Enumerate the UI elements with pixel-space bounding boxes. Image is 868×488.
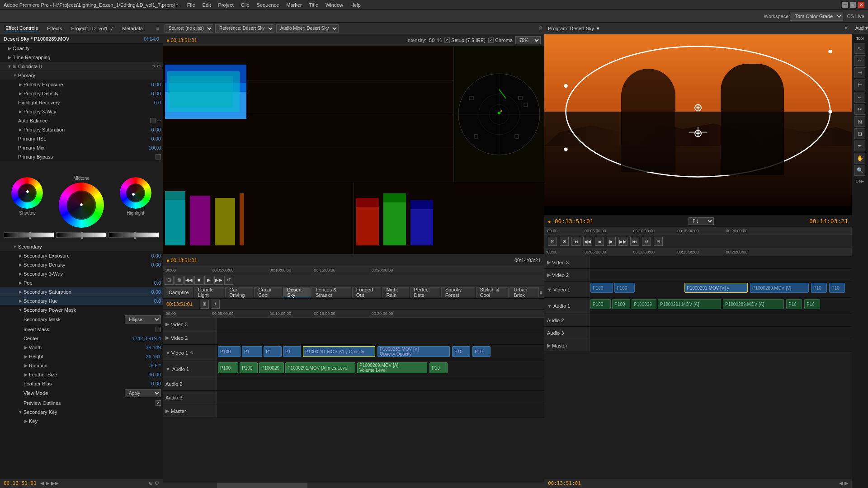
tab-effects[interactable]: Effects	[45, 25, 64, 32]
prog-master-content[interactable]	[590, 339, 852, 352]
clip-v289[interactable]: P1000289.MOV [V] Opacity:Opacity	[377, 346, 450, 357]
preset-perfect-date[interactable]: Perfect Date	[410, 287, 440, 297]
clip-v-extra2[interactable]: P10	[472, 346, 491, 357]
preview-outlines-row[interactable]: Preview Outlines	[0, 399, 163, 408]
clip-v291[interactable]: P1000291.MOV [V] y:Opacity	[303, 346, 375, 357]
secondary-exp-toggle[interactable]: ▶	[18, 253, 23, 258]
auto-balance-checkbox[interactable]	[150, 118, 156, 123]
handle-mr[interactable]	[828, 110, 832, 113]
feather-size-value[interactable]: 30.00	[138, 372, 161, 377]
prog-status-btn2[interactable]: ▶	[844, 480, 848, 486]
status-play-btn[interactable]: ▶	[46, 480, 49, 486]
secondary-exposure-row[interactable]: ▶ Secondary Exposure 0.00	[0, 251, 163, 260]
auto-balance-row[interactable]: Auto Balance ✏	[0, 116, 163, 125]
track-a1-content[interactable]: P100 P100 P100029 P1000291.MOV [A]:mes:L…	[217, 361, 544, 377]
clip-a100[interactable]: P100	[218, 362, 238, 373]
tab-metadata[interactable]: Metadata	[120, 25, 145, 32]
opacity-row[interactable]: ▶ Opacity	[0, 44, 163, 53]
primary-density-value[interactable]: 0.00	[138, 91, 161, 96]
primary-toggle[interactable]: ▼	[13, 73, 17, 78]
scrollbar-thumb[interactable]	[217, 483, 307, 488]
preset-night-rain[interactable]: Night Rain	[382, 287, 409, 297]
menu-title[interactable]: Title	[309, 2, 318, 8]
slip-tool[interactable]: ⊠	[854, 116, 865, 127]
rotation-toggle[interactable]: ▶	[24, 363, 28, 368]
prog-step-back[interactable]: ◀◀	[583, 237, 592, 246]
prog-v3-content[interactable]	[590, 256, 852, 268]
pop-value[interactable]: 0.0	[138, 280, 161, 286]
pen-tool[interactable]: ✒	[854, 141, 865, 151]
chroma-checkbox[interactable]: Chroma	[488, 38, 513, 43]
prog-clip-a1b[interactable]: P100	[612, 299, 630, 309]
tl-add-track[interactable]: ⊞	[200, 300, 209, 309]
prog-mark-out[interactable]: ⊠	[560, 237, 569, 246]
secondary-mask-row[interactable]: Secondary Mask Ellipse Rectangle None	[0, 314, 163, 325]
secondary-density-row[interactable]: ▶ Secondary Density 0.00	[0, 260, 163, 269]
primary-saturation-row[interactable]: ▶ Primary Saturation 0.00	[0, 125, 163, 134]
primary-exposure-row[interactable]: ▶ Primary Exposure 0.00	[0, 80, 163, 89]
prog-a1-content[interactable]: P100 P100 P100029 P1000291.MOV [A] P1000…	[590, 298, 852, 314]
secondary-3way-row[interactable]: ▶ Secondary 3-Way	[0, 269, 163, 278]
primary-exposure-value[interactable]: 0.00	[138, 82, 161, 87]
workspace-select[interactable]: Tom Color Grade	[790, 12, 843, 21]
primary-hsl-value[interactable]: 0.00	[138, 136, 161, 141]
width-value[interactable]: 38.149	[138, 345, 161, 350]
feather-bias-value[interactable]: 0.00	[138, 381, 161, 386]
time-remapping-row[interactable]: ▶ Time Remapping	[0, 53, 163, 62]
highlight-recovery-value[interactable]: 0.0	[138, 100, 161, 105]
stop-btn[interactable]: ■	[194, 276, 203, 285]
prog-clip-v1b[interactable]: P100	[614, 283, 635, 293]
track-a1-expand[interactable]: ▼	[165, 366, 170, 372]
primary-3way-row[interactable]: ▶ Primary 3-Way	[0, 107, 163, 116]
opacity-toggle[interactable]: ▶	[7, 46, 12, 51]
prog-go-out[interactable]: ⏭	[630, 237, 639, 246]
midtone-wheel[interactable]	[59, 183, 104, 228]
setup-checkbox[interactable]: Setup (7.5 IRE)	[444, 38, 486, 43]
pop-row[interactable]: ▶ Pop 0.0	[0, 278, 163, 287]
loop-btn[interactable]: ↺	[224, 276, 233, 285]
height-value[interactable]: 26.161	[138, 354, 161, 359]
secondary-power-mask-row[interactable]: ▼ Secondary Power Mask	[0, 305, 163, 314]
prog-master-expand[interactable]: ▶	[547, 343, 551, 348]
primary-sat-toggle[interactable]: ▶	[18, 127, 23, 132]
secondary-hue-toggle[interactable]: ▶	[18, 299, 23, 303]
auto-balance-edit-icon[interactable]: ✏	[157, 118, 161, 123]
colorista-row[interactable]: ▼ ⊞ Colorista II ↺ ⚙	[0, 62, 163, 71]
height-row[interactable]: ▶ Height 26.161	[0, 352, 163, 361]
colorista-reset[interactable]: ↺	[151, 64, 155, 69]
secondary-key-toggle[interactable]: ▼	[18, 410, 23, 414]
secondary-saturation-row[interactable]: ▶ Secondary Saturation 0.00	[0, 287, 163, 296]
secondary-sat-toggle[interactable]: ▶	[18, 290, 23, 294]
prog-clip-a291[interactable]: P1000291.MOV [A]	[658, 299, 721, 309]
source-panel-close[interactable]: ✕	[538, 25, 542, 31]
maximize-button[interactable]: □	[850, 2, 856, 8]
invert-mask-checkbox[interactable]	[156, 327, 161, 332]
center-row[interactable]: Center 1742.3 919.4	[0, 334, 163, 343]
clip-v-extra1[interactable]: P10	[452, 346, 470, 357]
prog-a3-content[interactable]	[590, 327, 852, 339]
secondary-3way-toggle[interactable]: ▶	[18, 272, 23, 276]
secondary-exposure-value[interactable]: 0.00	[138, 253, 161, 258]
track-v1-content[interactable]: P100 P1 P1 P1 P1000291.MOV [V] y:Opacity…	[217, 345, 544, 361]
track-v1-expand[interactable]: ▼	[165, 350, 170, 356]
primary-exposure-toggle[interactable]: ▶	[18, 82, 23, 87]
menu-sequence[interactable]: Sequence	[257, 2, 279, 8]
primary-density-toggle[interactable]: ▶	[18, 91, 23, 96]
primary-density-row[interactable]: ▶ Primary Density 0.00	[0, 89, 163, 98]
strip-1[interactable]	[4, 232, 54, 238]
intensity-value[interactable]: 50	[429, 38, 434, 43]
menu-clip[interactable]: Clip	[241, 2, 250, 8]
width-toggle[interactable]: ▶	[24, 345, 28, 350]
status-prev-btn[interactable]: ◀	[40, 480, 44, 486]
primary-section[interactable]: ▼ Primary	[0, 71, 163, 80]
slide-tool[interactable]: ⊡	[854, 128, 865, 139]
prog-a1-expand[interactable]: ▼	[547, 303, 552, 309]
invert-mask-row[interactable]: Invert Mask	[0, 325, 163, 334]
preset-desert[interactable]: Desert Sky	[283, 287, 311, 297]
secondary-toggle[interactable]: ▼	[13, 244, 17, 249]
zoom-tool[interactable]: 🔍	[854, 165, 865, 176]
track-v3-content[interactable]	[217, 318, 544, 331]
primary-3way-toggle[interactable]: ▶	[18, 109, 23, 114]
prog-v1-content[interactable]: P100 P100 P1000291.MOV [V] y P1000289.MO…	[590, 282, 852, 297]
prog-clip-a-e2[interactable]: P10	[804, 299, 820, 309]
